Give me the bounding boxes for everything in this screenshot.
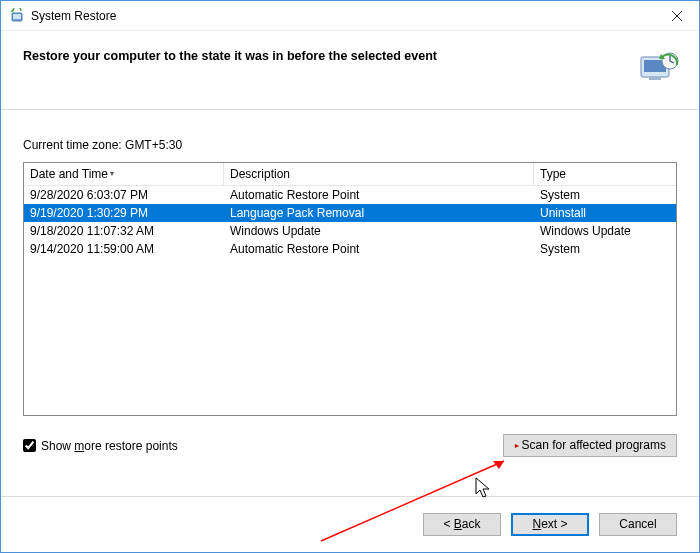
table-header-row: Date and Time ▾ Description Type <box>24 163 676 186</box>
cell-date: 9/19/2020 1:30:29 PM <box>24 206 224 220</box>
next-button[interactable]: Next > <box>511 513 589 536</box>
system-restore-icon <box>9 8 25 24</box>
show-more-checkbox[interactable] <box>23 439 36 452</box>
back-button[interactable]: < Back <box>423 513 501 536</box>
window-title: System Restore <box>31 9 116 23</box>
cell-type: System <box>534 188 676 202</box>
wizard-headline: Restore your computer to the state it wa… <box>23 47 437 63</box>
column-header-type[interactable]: Type <box>534 163 676 185</box>
cell-type: Windows Update <box>534 224 676 238</box>
cell-description: Language Pack Removal <box>224 206 534 220</box>
table-row[interactable]: 9/28/2020 6:03:07 PMAutomatic Restore Po… <box>24 186 676 204</box>
restore-point-table[interactable]: Date and Time ▾ Description Type 9/28/20… <box>23 162 677 416</box>
table-row[interactable]: 9/19/2020 1:30:29 PMLanguage Pack Remova… <box>24 204 676 222</box>
wizard-footer: < Back Next > Cancel <box>1 496 699 552</box>
cell-description: Automatic Restore Point <box>224 242 534 256</box>
timezone-label: Current time zone: GMT+5:30 <box>23 138 677 152</box>
svg-rect-7 <box>649 77 661 80</box>
column-header-date[interactable]: Date and Time ▾ <box>24 163 224 185</box>
cell-date: 9/14/2020 11:59:00 AM <box>24 242 224 256</box>
titlebar: System Restore <box>1 1 699 31</box>
column-header-description[interactable]: Description <box>224 163 534 185</box>
restore-header-icon <box>635 47 677 83</box>
table-row[interactable]: 9/18/2020 11:07:32 AMWindows UpdateWindo… <box>24 222 676 240</box>
cell-date: 9/18/2020 11:07:32 AM <box>24 224 224 238</box>
cell-type: System <box>534 242 676 256</box>
wizard-header: Restore your computer to the state it wa… <box>1 31 699 110</box>
show-more-text: Show more restore points <box>41 439 178 453</box>
close-button[interactable] <box>654 1 699 31</box>
close-icon <box>672 11 682 21</box>
table-body: 9/28/2020 6:03:07 PMAutomatic Restore Po… <box>24 186 676 415</box>
wizard-body: Current time zone: GMT+5:30 Date and Tim… <box>1 110 699 496</box>
options-row: Show more restore points Scan for affect… <box>23 434 677 457</box>
cell-type: Uninstall <box>534 206 676 220</box>
system-restore-window: System Restore Restore your computer to … <box>0 0 700 553</box>
sort-descending-icon: ▾ <box>110 170 114 178</box>
cell-description: Automatic Restore Point <box>224 188 534 202</box>
cell-description: Windows Update <box>224 224 534 238</box>
cell-date: 9/28/2020 6:03:07 PM <box>24 188 224 202</box>
show-more-checkbox-label[interactable]: Show more restore points <box>23 439 178 453</box>
scan-affected-button[interactable]: Scan for affected programs <box>503 434 677 457</box>
column-header-date-label: Date and Time <box>30 167 108 181</box>
cancel-button[interactable]: Cancel <box>599 513 677 536</box>
svg-rect-1 <box>13 14 21 19</box>
table-row[interactable]: 9/14/2020 11:59:00 AMAutomatic Restore P… <box>24 240 676 258</box>
